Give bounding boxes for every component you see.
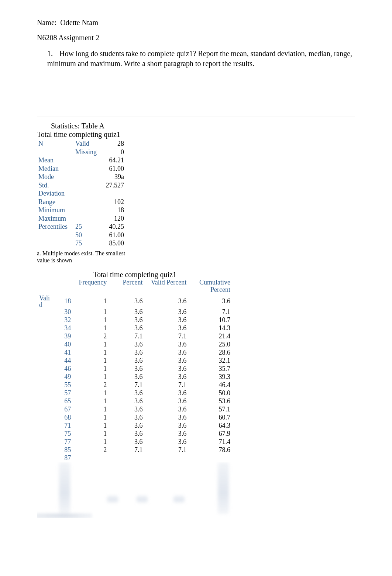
freq-percent: 3.6: [109, 373, 145, 381]
stats-label: Minimum: [37, 206, 74, 214]
freq-category: 34: [53, 324, 73, 332]
freq-percent: 3.6: [109, 430, 145, 438]
freq-category: 77: [53, 438, 73, 446]
stats-sublabel: 50: [74, 231, 100, 239]
freq-cumulative-percent: [189, 454, 233, 462]
freq-category: 49: [53, 373, 73, 381]
freq-group-label: [37, 438, 53, 446]
freq-group-label: [37, 308, 53, 316]
freq-valid-percent: 7.1: [145, 381, 189, 389]
question-1: 1. How long do students take to complete…: [37, 49, 355, 69]
freq-header-valid-percent: Valid Percent: [145, 279, 189, 295]
statistics-table-a: Statistics: Table A Total time completin…: [37, 120, 137, 264]
stats-sublabel: [74, 198, 100, 206]
freq-percent: 3.6: [109, 308, 145, 316]
freq-frequency: 1: [73, 295, 109, 308]
freq-percent: 3.6: [109, 316, 145, 324]
freq-percent: 3.6: [109, 349, 145, 357]
freq-cumulative-percent: 57.1: [189, 406, 233, 414]
freq-frequency: 1: [73, 389, 109, 397]
freq-valid-percent: 3.6: [145, 422, 189, 430]
freq-cumulative-percent: 64.3: [189, 422, 233, 430]
stats-row: 5061.00: [37, 231, 125, 239]
freq-percent: 3.6: [109, 422, 145, 430]
freq-category: 18: [53, 295, 73, 308]
freq-row: 4013.63.625.0: [37, 341, 233, 349]
stats-value: 28: [100, 139, 125, 148]
freq-percent: 3.6: [109, 357, 145, 365]
blurred-preview-region: [37, 462, 233, 518]
stats-label: N: [37, 139, 74, 148]
stats-value: 40.25: [100, 223, 125, 231]
stats-subtitle: Total time completing quiz1: [37, 130, 137, 139]
freq-frequency: 1: [73, 324, 109, 332]
freq-category: 40: [53, 341, 73, 349]
freq-group-label: [37, 381, 53, 389]
freq-percent: 3.6: [109, 341, 145, 349]
stats-value: 85.00: [100, 239, 125, 248]
freq-cumulative-percent: 46.4: [189, 381, 233, 389]
stats-value: 102: [100, 198, 125, 206]
stats-sublabel: [74, 206, 100, 214]
freq-category: 32: [53, 316, 73, 324]
question-text: How long do students take to complete qu…: [47, 49, 352, 68]
freq-percent: 3.6: [109, 414, 145, 422]
freq-frequency: 1: [73, 397, 109, 406]
stats-row: Percentiles2540.25: [37, 223, 125, 231]
freq-category: 75: [53, 430, 73, 438]
freq-cumulative-percent: 60.7: [189, 414, 233, 422]
freq-cumulative-percent: 28.6: [189, 349, 233, 357]
freq-row: 7113.63.664.3: [37, 422, 233, 430]
stats-value: 61.00: [100, 231, 125, 239]
stats-title: Statistics: Table A: [37, 120, 137, 130]
freq-frequency: 1: [73, 316, 109, 324]
stats-label: Maximum: [37, 214, 74, 223]
freq-cumulative-percent: 32.1: [189, 357, 233, 365]
freq-group-label: [37, 349, 53, 357]
freq-row: Valid1813.63.63.6: [37, 295, 233, 308]
stats-row: 7585.00: [37, 239, 125, 248]
freq-cumulative-percent: 78.6: [189, 446, 233, 454]
stats-sublabel: [74, 173, 100, 181]
freq-percent: 3.6: [109, 295, 145, 308]
freq-category: 44: [53, 357, 73, 365]
stats-value: 61.00: [100, 165, 125, 173]
freq-row: 3213.63.610.7: [37, 316, 233, 324]
freq-valid-percent: 7.1: [145, 332, 189, 341]
stats-value: 0: [100, 148, 125, 156]
freq-header-cumulative-percent: Cumulative Percent: [189, 279, 233, 295]
freq-table: Frequency Percent Valid Percent Cumulati…: [37, 279, 233, 462]
stats-label: Mean: [37, 156, 74, 165]
freq-percent: 3.6: [109, 438, 145, 446]
freq-category: 41: [53, 349, 73, 357]
freq-category: 65: [53, 397, 73, 406]
freq-row: 5713.63.650.0: [37, 389, 233, 397]
freq-cumulative-percent: 71.4: [189, 438, 233, 446]
freq-frequency: 1: [73, 414, 109, 422]
freq-valid-percent: 3.6: [145, 373, 189, 381]
freq-percent: 7.1: [109, 381, 145, 389]
freq-cumulative-percent: 53.6: [189, 397, 233, 406]
freq-frequency: 2: [73, 446, 109, 454]
freq-cumulative-percent: 21.4: [189, 332, 233, 341]
stats-row: Mode39a: [37, 173, 125, 181]
document-page: Name: Odette Ntam N6208 Assignment 2 1. …: [0, 0, 392, 540]
stats-label: [37, 231, 74, 239]
freq-row: 3927.17.121.4: [37, 332, 233, 341]
stats-value: 27.527: [100, 181, 125, 198]
stats-row: Range102: [37, 198, 125, 206]
freq-frequency: 1: [73, 430, 109, 438]
freq-cumulative-percent: 14.3: [189, 324, 233, 332]
assignment-title: N6208 Assignment 2: [37, 34, 355, 42]
freq-frequency: 1: [73, 341, 109, 349]
freq-valid-percent: 7.1: [145, 446, 189, 454]
name-label: Name:: [37, 18, 56, 27]
stats-row: NValid28: [37, 139, 125, 148]
freq-title: Total time completing quiz1: [37, 270, 233, 279]
freq-group-label: Valid: [37, 295, 53, 308]
freq-group-label: [37, 446, 53, 454]
question-number: 1.: [47, 49, 58, 59]
freq-frequency: 1: [73, 373, 109, 381]
freq-row: 8527.17.178.6: [37, 446, 233, 454]
freq-percent: 3.6: [109, 389, 145, 397]
